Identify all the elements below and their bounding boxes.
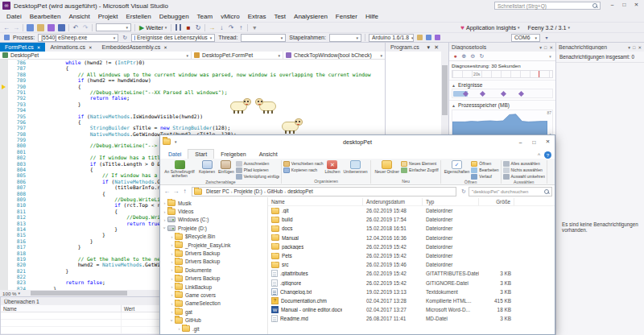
maximize-button[interactable]: □: [618, 0, 630, 9]
tab-embeddedassembly-cs[interactable]: EmbeddedAssembly.cs✕: [97, 43, 172, 52]
minimize-button[interactable]: –: [514, 136, 527, 148]
lifecycle-events-combo[interactable]: Ereignisse des Lebenszyklus: [131, 34, 215, 42]
stop-debug-icon[interactable]: ■: [184, 23, 192, 32]
diagnostics-timeline-ruler[interactable]: 20s: [452, 70, 553, 78]
undo-icon[interactable]: ↶: [72, 23, 80, 32]
menu-test[interactable]: Test: [270, 13, 290, 20]
tree-item-git[interactable]: ›.git: [160, 325, 267, 333]
file-row[interactable]: .gitignore26.02.2019 15:42GITIGNORE-Date…: [268, 279, 555, 287]
ribbon-button-ausschneiden[interactable]: Ausschneiden: [236, 160, 279, 167]
file-row[interactable]: Manual12.04.2016 16:36Dateiordner: [268, 234, 555, 242]
step-over-icon[interactable]: ↷: [227, 23, 235, 32]
qat-dropdown-icon[interactable]: ▾: [175, 139, 177, 144]
explorer-search-input[interactable]: "desktopPet" durchsuchen: [469, 187, 552, 196]
step-out-icon[interactable]: ↑: [237, 23, 245, 32]
stackframe-combo[interactable]: [329, 34, 361, 42]
tree-item-projekte-d[interactable]: ›Projekte (D:): [160, 224, 267, 232]
navigate-back-icon[interactable]: ←: [2, 23, 10, 32]
breadcrumb-github[interactable]: GitHub: [266, 188, 285, 194]
tree-item-drivers-backup[interactable]: ›Drivers Backup: [160, 275, 267, 283]
tree-item-projekte-easylink[interactable]: ›_Projekte_EasyLink: [160, 241, 267, 249]
ribbon-button-ffnen[interactable]: Öffnen: [471, 160, 498, 167]
reset-view-icon[interactable]: ↻: [478, 52, 485, 60]
menu-fenster[interactable]: Fenster: [332, 13, 361, 20]
scrollbar-thumb[interactable]: [442, 65, 448, 115]
breadcrumb[interactable]: Dieser PC›Projekte (D:)›GitHub›desktopPe…: [192, 187, 456, 196]
collapsed-arrow-icon[interactable]: ›: [169, 234, 175, 239]
breadcrumb-dieser-pc[interactable]: Dieser PC: [204, 188, 231, 194]
breadcrumb-desktoppet[interactable]: desktopPet: [286, 188, 315, 194]
tree-item-windows-c[interactable]: ›Windows (C:): [160, 216, 267, 224]
breakpoint-margin[interactable]: [0, 60, 8, 291]
tab-group-close-icon[interactable]: ✕: [431, 43, 441, 52]
restart-debug-icon[interactable]: ↻: [194, 23, 202, 32]
column-header-nderungsdatum[interactable]: Änderungsdatum: [363, 198, 423, 205]
ribbon-button-pfad-kopieren[interactable]: Pfad kopieren: [236, 167, 279, 173]
minimize-button[interactable]: –: [606, 0, 618, 9]
collapsed-arrow-icon[interactable]: ›: [169, 251, 175, 256]
ribbon-button-l-schen[interactable]: Löschen: [324, 159, 342, 174]
save-icon[interactable]: [47, 24, 55, 31]
tree-item-dokumente[interactable]: ›Dokumente: [160, 266, 267, 274]
column-header-name[interactable]: Name: [268, 198, 363, 205]
record-icon[interactable]: ●: [452, 52, 459, 60]
events-track[interactable]: [452, 89, 553, 98]
tree-item-game-covers[interactable]: ›Game covers: [160, 291, 267, 299]
show-next-statement-icon[interactable]: →: [208, 23, 216, 32]
refresh-process-icon[interactable]: ↻: [121, 33, 129, 42]
collapsed-arrow-icon[interactable]: ›: [176, 326, 182, 331]
memory-section-header[interactable]: ▲ Prozessspeicher (MB): [449, 100, 555, 109]
menu-hilfe[interactable]: Hilfe: [361, 13, 382, 20]
tree-item-videos[interactable]: ›Videos: [160, 207, 267, 215]
ribbon-button-bearbeiten[interactable]: Bearbeiten: [471, 167, 498, 173]
tree-item-gat[interactable]: ›gat: [160, 308, 267, 316]
menu-team[interactable]: Team: [193, 13, 217, 20]
scrollbar-thumb[interactable]: [31, 291, 127, 296]
tree-item-linkbackup[interactable]: ›LinkBackup: [160, 283, 267, 291]
feeny-dropdown[interactable]: Feeny 3.2 / 3.1: [528, 24, 567, 31]
navigate-forward-icon[interactable]: →: [12, 23, 20, 32]
menu-ansicht[interactable]: Ansicht: [64, 13, 93, 20]
close-button[interactable]: ✕: [541, 136, 555, 148]
file-row[interactable]: .git26.02.2019 15:48Dateiordner: [268, 206, 555, 215]
menu-vmicro[interactable]: vMicro: [217, 13, 244, 20]
zoom-in-icon[interactable]: ⊕: [460, 52, 468, 60]
event-marker-icon[interactable]: [501, 91, 506, 97]
collapsed-arrow-icon[interactable]: ›: [169, 292, 175, 297]
ribbon-button-neues-element[interactable]: Neues Element: [401, 160, 439, 167]
tree-item-drivers-backup[interactable]: ›Drivers Backup: [160, 249, 267, 257]
float-window-icon[interactable]: □: [544, 45, 547, 50]
close-icon[interactable]: ✕: [638, 45, 642, 50]
expanded-arrow-icon[interactable]: ›: [170, 317, 175, 323]
project-dropdown[interactable]: DesktopPet ▾: [0, 52, 192, 59]
ribbon-button-alles-ausw-hlen[interactable]: Alles auswählen: [503, 160, 546, 167]
serial-monitor-icon[interactable]: ▾: [543, 33, 551, 42]
breadcrumb-projekte-d[interactable]: Projekte (D:): [233, 188, 264, 194]
toolbar-options-dropdown-icon[interactable]: ▾: [250, 23, 258, 32]
column-header-typ[interactable]: Typ: [423, 198, 479, 205]
vmicro-upload-icon[interactable]: [435, 35, 440, 40]
file-row[interactable]: Documentation.chm02.04.2017 13:28Kompili…: [268, 296, 555, 305]
collapsed-arrow-icon[interactable]: ›: [169, 284, 175, 289]
refresh-icon[interactable]: ↻: [459, 188, 469, 195]
event-marker-icon[interactable]: [480, 91, 485, 97]
tab-close-icon[interactable]: ✕: [37, 45, 41, 50]
chevron-down-icon[interactable]: ▾: [628, 45, 630, 50]
ribbon-button-neuer-ordner[interactable]: Neuer Ordner: [373, 159, 401, 174]
ribbon-button-einf-gen[interactable]: Einfügen: [217, 159, 236, 174]
forward-icon[interactable]: →: [171, 188, 180, 195]
vmicro-icon[interactable]: [417, 35, 423, 40]
class-dropdown[interactable]: DesktopPet.FormPet ▾: [192, 52, 283, 59]
menu-extras[interactable]: Extras: [244, 13, 270, 20]
collapsed-arrow-icon[interactable]: ›: [169, 242, 175, 247]
arduino-board-combo[interactable]: Arduino 1.6/1.8: [369, 34, 414, 42]
file-row[interactable]: Readme.md26.08.2017 11:41MD-Datei3 KB: [268, 314, 555, 323]
ribbon-button-einfacher-zugriff[interactable]: Einfacher Zugriff: [401, 167, 439, 173]
maximize-button[interactable]: □: [527, 136, 541, 148]
collapsed-arrow-icon[interactable]: ›: [169, 309, 175, 314]
file-row[interactable]: .gitattributes26.02.2019 15:42GITATTRIBU…: [268, 269, 555, 278]
tab-formpet-cs[interactable]: FormPet.cs✕: [0, 43, 45, 52]
expanded-arrow-icon[interactable]: ›: [163, 225, 167, 231]
file-row[interactable]: src26.02.2019 15:46Dateiordner: [268, 260, 555, 269]
tree-item-gameselection[interactable]: ›GameSelection: [160, 300, 267, 308]
